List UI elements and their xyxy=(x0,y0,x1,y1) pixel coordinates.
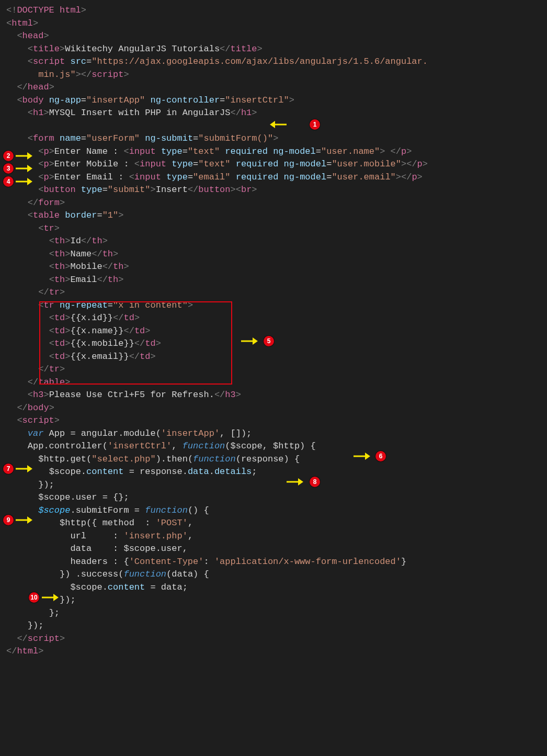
doctype: DOCTYPE html xyxy=(17,5,81,15)
code-block: <!DOCTYPE html> <html> <head> <title>Wik… xyxy=(6,4,541,658)
